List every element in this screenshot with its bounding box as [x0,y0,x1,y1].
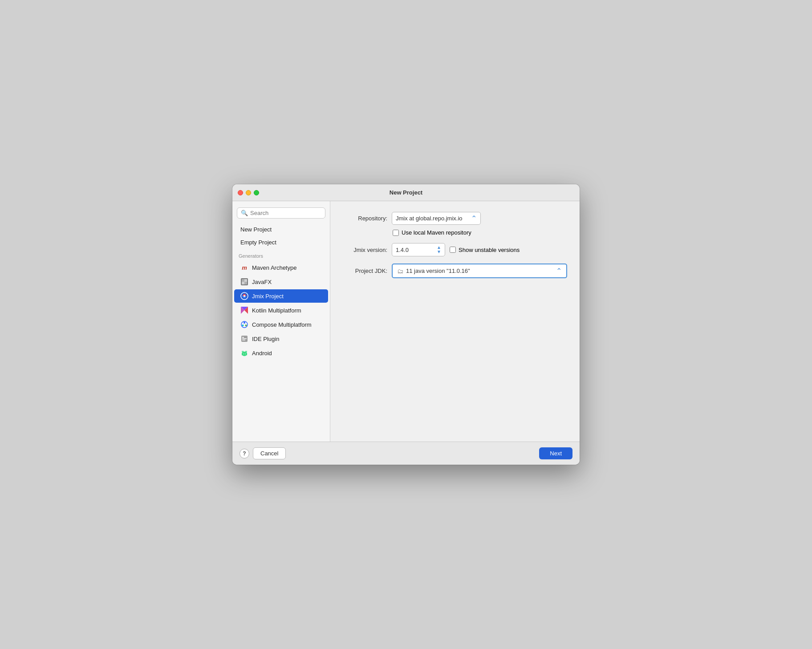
svg-point-24 [243,353,244,354]
sidebar-item-android[interactable]: Android [234,346,328,360]
use-local-maven-checkbox[interactable] [393,230,399,236]
show-unstable-checkbox[interactable] [450,247,456,253]
svg-point-25 [245,353,246,354]
traffic-lights [238,190,259,195]
jmix-version-controls: 1.4.0 ▲ ▼ Show unstable versions [392,243,567,256]
jdk-folder-icon: 🗂 [397,268,403,275]
jmix-icon [240,292,248,300]
javafx-label: JavaFX [252,279,272,285]
generators-section-label: Generators [232,249,330,260]
jmix-version-spinner[interactable]: 1.4.0 ▲ ▼ [392,243,445,256]
minimize-button[interactable] [246,190,251,195]
repository-label: Repository: [343,215,387,222]
svg-rect-16 [242,338,247,339]
svg-point-12 [242,324,244,326]
repository-controls: Jmix at global.repo.jmix.io ⌃ [392,212,567,225]
svg-line-21 [246,351,247,353]
jdk-select-content: 🗂 11 java version "11.0.16" [397,268,470,275]
show-unstable-label: Show unstable versions [459,247,520,253]
local-maven-row: Use local Maven repository [393,229,567,236]
sidebar-item-empty-project[interactable]: Empty Project [234,236,328,248]
jmix-version-value: 1.4.0 [396,247,409,253]
javafx-icon [240,278,248,286]
ide-plugin-label: IDE Plugin [252,336,279,342]
svg-rect-3 [242,282,244,284]
android-label: Android [252,350,272,357]
sidebar-item-ide-plugin[interactable]: IDE Plugin [234,332,328,345]
content-area: 🔍 New Project Empty Project Generators m… [232,201,580,442]
maximize-button[interactable] [254,190,259,195]
android-icon [240,349,248,357]
svg-rect-1 [242,279,244,282]
empty-project-label: Empty Project [240,239,276,246]
new-project-label: New Project [240,226,272,233]
jdk-chevron-icon: ⌃ [556,267,562,275]
show-unstable-group: Show unstable versions [450,247,520,253]
jmix-project-label: Jmix Project [252,293,284,300]
svg-rect-2 [244,279,247,282]
compose-icon [240,320,248,329]
svg-line-20 [242,351,243,353]
close-button[interactable] [238,190,243,195]
ide-plugin-icon [240,335,248,343]
svg-rect-17 [242,340,245,341]
new-project-window: New Project 🔍 New Project Empty Project … [232,184,580,465]
svg-point-6 [244,295,245,297]
use-local-maven-label: Use local Maven repository [402,229,471,236]
help-button[interactable]: ? [240,449,249,458]
kotlin-icon [240,306,248,314]
sidebar-item-jmix-project[interactable]: Jmix Project [234,289,328,303]
svg-rect-19 [242,353,247,355]
titlebar: New Project [232,184,580,201]
sidebar-item-maven-archetype[interactable]: m Maven Archetype [234,261,328,274]
svg-point-11 [244,322,245,324]
repository-select[interactable]: Jmix at global.repo.jmix.io ⌃ [392,212,481,225]
cancel-button[interactable]: Cancel [253,447,286,459]
window-title: New Project [390,189,422,196]
bottom-bar: ? Cancel Next [232,442,580,465]
sidebar: 🔍 New Project Empty Project Generators m… [232,201,330,442]
maven-archetype-label: Maven Archetype [252,264,296,271]
repository-chevron-icon: ⌃ [471,214,477,223]
search-bar[interactable]: 🔍 [237,207,325,219]
version-spinner-arrows[interactable]: ▲ ▼ [437,245,441,254]
compose-multiplatform-label: Compose Multiplatform [252,321,312,328]
next-button[interactable]: Next [539,447,572,459]
kotlin-multiplatform-label: Kotlin Multiplatform [252,307,301,314]
jmix-version-label: Jmix version: [343,247,387,253]
sidebar-item-kotlin-multiplatform[interactable]: Kotlin Multiplatform [234,304,328,317]
sidebar-item-compose-multiplatform[interactable]: Compose Multiplatform [234,318,328,331]
help-icon: ? [243,450,246,457]
sidebar-item-javafx[interactable]: JavaFX [234,275,328,288]
project-jdk-select[interactable]: 🗂 11 java version "11.0.16" ⌃ [392,264,567,278]
jmix-version-row: Jmix version: 1.4.0 ▲ ▼ Show unstable ve… [343,243,567,256]
project-jdk-label: Project JDK: [343,268,387,274]
maven-icon: m [240,264,248,272]
search-icon: 🔍 [241,210,248,216]
local-maven-checkbox-group: Use local Maven repository [393,229,471,236]
repository-row: Repository: Jmix at global.repo.jmix.io … [343,212,567,225]
repository-value: Jmix at global.repo.jmix.io [396,215,463,222]
bottom-left-controls: ? Cancel [240,447,286,459]
svg-rect-15 [242,337,244,338]
main-panel: Repository: Jmix at global.repo.jmix.io … [330,201,580,442]
project-jdk-value: 11 java version "11.0.16" [406,268,470,274]
project-jdk-row: Project JDK: 🗂 11 java version "11.0.16"… [343,264,567,278]
svg-point-13 [245,324,247,326]
svg-rect-4 [244,282,247,284]
sidebar-item-new-project[interactable]: New Project [234,223,328,235]
search-input[interactable] [250,210,321,216]
